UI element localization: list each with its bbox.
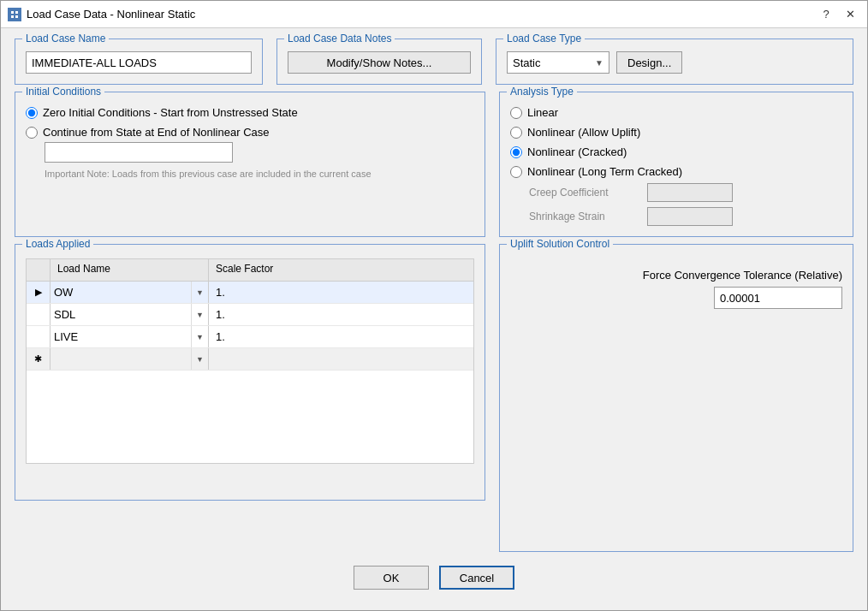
th-load-name: Load Name: [51, 259, 209, 281]
at2-label: Nonlinear (Allow Uplift): [527, 126, 640, 139]
scale-1: 1.: [209, 286, 473, 299]
svg-rect-1: [11, 11, 14, 14]
table-row[interactable]: LIVE ▼ 1.: [27, 326, 473, 348]
design-button[interactable]: Design...: [616, 51, 682, 74]
loads-table: Load Name Scale Factor ▶ OW ▼ 1.: [26, 258, 474, 464]
load-name-2-arrow[interactable]: ▼: [191, 304, 208, 325]
radio-at3: Nonlinear (Cracked): [510, 145, 842, 158]
svg-rect-3: [11, 15, 14, 18]
titlebar-left: Load Case Data - Nonlinear Static: [8, 8, 195, 21]
td-load-name-2: SDL ▼: [51, 304, 209, 325]
initial-conditions-group: Initial Conditions Zero Initial Conditio…: [15, 92, 485, 237]
at4-radio[interactable]: [510, 166, 522, 178]
load-name-new-arrow[interactable]: ▼: [191, 348, 208, 370]
main-content: Load Case Name Load Case Data Notes Modi…: [1, 28, 867, 610]
creep-label: Creep Coefficient: [529, 187, 640, 199]
load-name-1-arrow[interactable]: ▼: [191, 282, 208, 303]
shrinkage-label: Shrinkage Strain: [529, 211, 640, 222]
scale-3: 1.: [209, 330, 473, 343]
footer: OK Cancel: [15, 559, 853, 600]
shrinkage-input[interactable]: [647, 207, 733, 226]
load-case-notes-label: Load Case Data Notes: [284, 33, 395, 44]
ok-button[interactable]: OK: [354, 566, 429, 590]
load-case-name-input[interactable]: [26, 51, 252, 74]
radio-at2: Nonlinear (Allow Uplift): [510, 126, 842, 139]
app-icon: [8, 8, 21, 21]
cancel-button[interactable]: Cancel: [439, 566, 514, 590]
table-new-row[interactable]: ✱ ▼: [27, 348, 473, 371]
table-row[interactable]: SDL ▼ 1.: [27, 304, 473, 326]
load-name-3-arrow[interactable]: ▼: [191, 326, 208, 347]
window-title: Load Case Data - Nonlinear Static: [27, 8, 195, 21]
table-row[interactable]: ▶ OW ▼ 1.: [27, 282, 473, 304]
tolerance-input[interactable]: [714, 287, 842, 309]
main-window: Load Case Data - Nonlinear Static ? ✕ Lo…: [0, 0, 868, 611]
analysis-type-group: Analysis Type Linear Nonlinear (Allow Up…: [499, 92, 853, 237]
select-arrow-icon: ▼: [595, 58, 603, 68]
close-button[interactable]: ✕: [840, 4, 860, 25]
bottom-section: Loads Applied Load Name Scale Factor ▶ O…: [15, 244, 853, 552]
load-case-notes-group: Load Case Data Notes Modify/Show Notes..…: [276, 39, 482, 85]
ic1-label: Zero Initial Conditions - Start from Uns…: [43, 106, 298, 119]
ic2-radio[interactable]: [26, 127, 38, 139]
scale-2: 1.: [209, 308, 473, 321]
at2-radio[interactable]: [510, 127, 522, 139]
tolerance-label: Force Convergence Tolerance (Relative): [643, 269, 842, 282]
top-section: Load Case Name Load Case Data Notes Modi…: [15, 39, 853, 85]
row-marker-3: [27, 326, 51, 347]
svg-rect-4: [15, 15, 18, 18]
svg-rect-2: [15, 11, 18, 14]
creep-row: Creep Coefficient: [529, 183, 842, 202]
load-case-type-group: Load Case Type Static ▼ Design...: [496, 39, 853, 85]
modify-show-notes-button[interactable]: Modify/Show Notes...: [288, 51, 471, 74]
titlebar: Load Case Data - Nonlinear Static ? ✕: [1, 1, 867, 28]
new-row-marker: ✱: [27, 348, 51, 370]
load-case-type-value: Static: [513, 56, 541, 69]
load-name-3-value: LIVE: [51, 330, 191, 343]
load-name-1-value: OW: [51, 286, 191, 299]
help-button[interactable]: ?: [816, 4, 836, 25]
type-row: Static ▼ Design...: [507, 51, 842, 74]
load-case-name-group: Load Case Name: [15, 39, 263, 85]
td-load-name-1: OW ▼: [51, 282, 209, 303]
ic1-radio[interactable]: [26, 107, 38, 119]
radio-at4: Nonlinear (Long Term Cracked): [510, 165, 842, 178]
load-name-2-value: SDL: [51, 308, 191, 321]
table-header: Load Name Scale Factor: [27, 259, 473, 282]
uplift-tolerance-row: Force Convergence Tolerance (Relative): [510, 269, 842, 309]
creep-input[interactable]: [647, 183, 733, 202]
loads-applied-group: Loads Applied Load Name Scale Factor ▶ O…: [15, 244, 485, 501]
load-case-name-label: Load Case Name: [22, 33, 109, 44]
radio-at1: Linear: [510, 106, 842, 119]
loads-applied-label: Loads Applied: [22, 238, 93, 250]
shrinkage-row: Shrinkage Strain: [529, 207, 842, 226]
row-marker-2: [27, 304, 51, 325]
uplift-group: Uplift Solution Control Force Convergenc…: [499, 244, 853, 552]
row-marker-1: ▶: [27, 282, 51, 303]
svg-rect-0: [9, 9, 20, 20]
td-load-name-new: ▼: [51, 348, 209, 370]
analysis-type-label: Analysis Type: [507, 86, 577, 98]
at4-label: Nonlinear (Long Term Cracked): [527, 165, 682, 178]
at3-label: Nonlinear (Cracked): [527, 145, 627, 158]
state-input[interactable]: [45, 142, 233, 163]
load-case-type-label: Load Case Type: [503, 33, 585, 44]
at1-radio[interactable]: [510, 107, 522, 119]
ic2-label: Continue from State at End of Nonlinear …: [43, 126, 269, 139]
radio-ic2: Continue from State at End of Nonlinear …: [26, 126, 474, 139]
load-case-type-select[interactable]: Static ▼: [507, 51, 609, 74]
th-scale-factor: Scale Factor: [209, 259, 473, 281]
initial-conditions-label: Initial Conditions: [22, 86, 104, 98]
middle-section: Initial Conditions Zero Initial Conditio…: [15, 92, 853, 237]
uplift-label: Uplift Solution Control: [507, 238, 613, 250]
th-marker: [27, 259, 51, 281]
initial-conditions-note: Important Note: Loads from this previous…: [45, 168, 413, 181]
at1-label: Linear: [527, 106, 558, 119]
at3-radio[interactable]: [510, 146, 522, 158]
radio-ic1: Zero Initial Conditions - Start from Uns…: [26, 106, 474, 119]
td-load-name-3: LIVE ▼: [51, 326, 209, 347]
titlebar-controls: ? ✕: [816, 4, 860, 25]
